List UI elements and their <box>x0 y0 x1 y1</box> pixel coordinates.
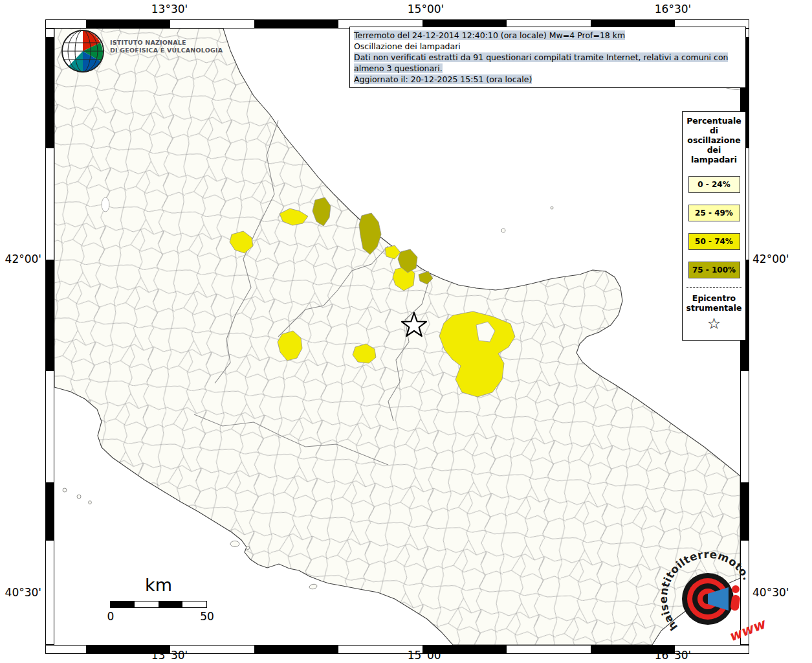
scale-bar <box>110 601 207 608</box>
ingv-logo-icon <box>60 28 105 74</box>
map-canvas <box>54 28 740 645</box>
ingv-text-line2: DI GEOFISICA E VULCANOLOGIA <box>110 47 223 54</box>
legend-title: Percentuale <box>685 116 743 126</box>
info-line-updated-text: Aggiornato il: 20-12-2025 15:51 (ora loc… <box>354 74 532 84</box>
axis-label-left-upper: 42°00' <box>0 253 41 265</box>
axis-label-bottom-left: 13°30' <box>144 649 195 661</box>
info-line-disclaimer: Dati non verificati estratti da 91 quest… <box>354 52 741 74</box>
haisentitoilterremoto-logo: haisentitoilterremoto.it www <box>648 539 768 659</box>
legend-epicenter-label: Epicentro <box>685 293 743 303</box>
info-line-event: Terremoto del 24-12-2014 12:40:10 (ora l… <box>354 30 741 41</box>
ingv-text-line1: ISTITUTO NAZIONALE <box>110 39 223 47</box>
axis-label-top-center: 15°00' <box>400 3 452 15</box>
info-line-disclaimer-text: Dati non verificati estratti da 91 quest… <box>354 52 728 73</box>
scale-bar-unit: km <box>126 575 191 595</box>
legend-swatch-75-100: 75 - 100% <box>688 262 740 278</box>
axis-label-right-upper: 42°00' <box>752 253 804 265</box>
legend-swatch-0-24: 0 - 24% <box>688 176 740 193</box>
axis-label-left-lower: 40°30' <box>0 587 41 598</box>
info-line-updated: Aggiornato il: 20-12-2025 15:51 (ora loc… <box>354 74 741 85</box>
earthquake-info-box: Terremoto del 24-12-2014 12:40:10 (ora l… <box>349 27 746 88</box>
target-icon <box>682 573 741 625</box>
info-line-map-type: Oscillazione dei lampadari <box>354 41 741 52</box>
legend: Percentuale di oscillazione dei lampadar… <box>682 111 746 341</box>
map-frame <box>45 19 749 654</box>
axis-label-bottom-center: 15°00' <box>400 649 452 661</box>
legend-swatch-25-49: 25 - 49% <box>688 205 740 221</box>
watermark-www-text: www <box>727 616 768 645</box>
ingv-logo-text: ISTITUTO NAZIONALE DI GEOFISICA E VULCAN… <box>110 39 223 54</box>
legend-swatch-50-74: 50 - 74% <box>688 233 740 250</box>
red-figure-icon <box>732 585 740 593</box>
lake <box>102 197 109 212</box>
legend-epicenter-star-icon: ☆ <box>685 314 743 333</box>
axis-label-top-right: 16°30' <box>647 3 699 15</box>
info-line-event-text: Terremoto del 24-12-2014 12:40:10 (ora l… <box>354 30 625 40</box>
map-area <box>54 28 740 645</box>
axis-label-top-left: 13°30' <box>144 3 195 15</box>
frame-edge-left <box>45 28 54 645</box>
scale-bar-start: 0 <box>105 610 116 623</box>
legend-separator <box>686 287 741 288</box>
scale-bar-end: 50 <box>198 610 216 623</box>
